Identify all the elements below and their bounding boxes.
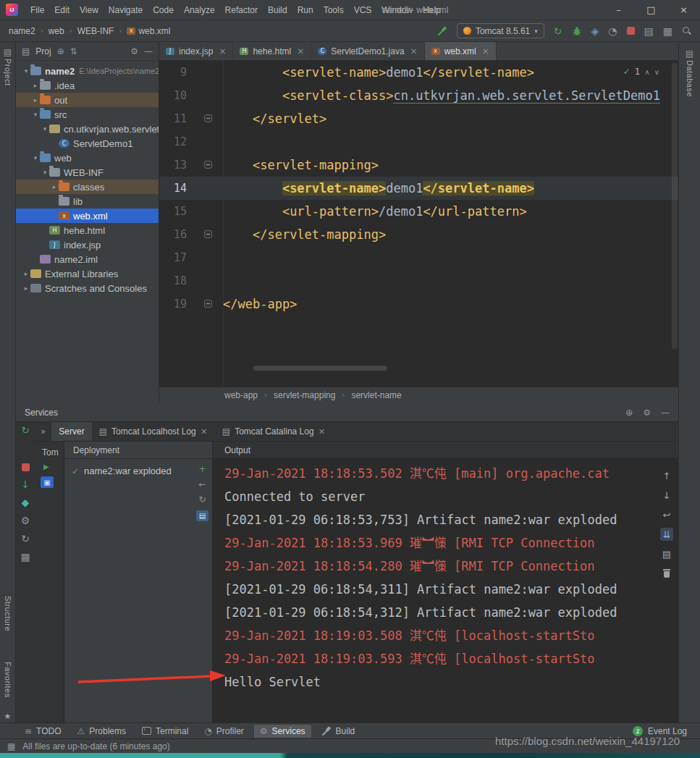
tree-chevron-icon[interactable]: ▸ — [31, 96, 40, 104]
editor-breadcrumb-servlet-mapping[interactable]: servlet-mapping — [274, 390, 335, 400]
wrench-icon[interactable]: ⚙ — [21, 515, 30, 526]
breadcrumb-item-name2[interactable]: name2 — [9, 26, 35, 36]
tree-item-web-xml[interactable]: web.xml — [16, 209, 159, 223]
clear-console-icon[interactable] — [660, 567, 673, 580]
redeploy-icon[interactable]: ↻ — [198, 495, 206, 504]
tree-chevron-icon[interactable]: ▸ — [22, 285, 30, 292]
deploy-icon[interactable]: ↓ — [21, 479, 30, 489]
float-mode-icon[interactable]: ⊕ — [625, 408, 633, 417]
tool-tab-database[interactable]: ▤ Database — [679, 49, 700, 97]
tree-chevron-icon[interactable]: ▾ — [41, 169, 49, 176]
services-tab-server[interactable]: Server — [51, 422, 91, 441]
tree-chevron-icon[interactable]: ▾ — [41, 125, 49, 132]
locate-file-icon[interactable]: ⊕ — [57, 47, 64, 56]
toolwindow-button-services[interactable]: ⚙Services — [254, 725, 311, 738]
gear-icon[interactable]: ⚙ — [130, 47, 138, 56]
horizontal-scrollbar[interactable] — [253, 366, 387, 371]
toolwindow-toggle-icon[interactable]: ▦ — [7, 742, 15, 751]
tree-chevron-icon[interactable]: ▸ — [22, 270, 30, 277]
tree-item-out[interactable]: ▸out — [16, 93, 159, 107]
tree-item-web-inf[interactable]: ▾WEB-INF — [16, 165, 159, 180]
code-line-11[interactable]: 11 </servlet> — [159, 107, 678, 130]
code-line-14[interactable]: 14 <servlet-name>demo1</servlet-name> — [159, 177, 678, 200]
tree-item-src[interactable]: ▾src — [16, 107, 159, 122]
close-tab-icon[interactable]: × — [201, 426, 208, 437]
code-line-9[interactable]: 9 <servlet-name>demo1</servlet-name> — [159, 61, 678, 84]
code-line-10[interactable]: 10 <servlet-class>cn.utkvrjan.web.servle… — [159, 84, 678, 107]
code-line-16[interactable]: 16 </servlet-mapping> — [159, 223, 678, 246]
menu-code[interactable]: Code — [148, 3, 179, 17]
tool-tab-favorites[interactable]: Favorites — [0, 662, 15, 698]
scroll-down-icon[interactable]: ↓ — [660, 489, 673, 502]
search-everywhere-icon[interactable] — [682, 26, 691, 35]
stop-button[interactable] — [627, 27, 635, 35]
menu-navigate[interactable]: Navigate — [104, 3, 148, 17]
tree-item-name2-iml[interactable]: name2.iml — [16, 252, 159, 266]
menu-refactor[interactable]: Refactor — [220, 3, 263, 17]
services-tab-tomcat-localhost-log[interactable]: ▤Tomcat Localhost Log× — [92, 422, 215, 441]
minimize-button[interactable]: – — [602, 0, 635, 20]
tree-chevron-icon[interactable]: ▸ — [31, 82, 40, 89]
tree-item-idea[interactable]: ▸.idea — [16, 78, 159, 93]
menu-run[interactable]: Run — [292, 3, 319, 17]
tree-item-scratches-and-consoles[interactable]: ▸Scratches and Consoles — [16, 281, 159, 295]
toolwindow-button-problems[interactable]: ⚠Problems — [72, 725, 132, 738]
services-node-icon[interactable]: ◆ — [22, 497, 30, 508]
tree-chevron-icon[interactable]: ▾ — [31, 111, 40, 118]
add-deployment-icon[interactable]: + — [198, 465, 206, 473]
prev-issue-icon[interactable]: ∧ — [644, 68, 649, 76]
refresh-icon[interactable]: ↻ — [21, 534, 30, 544]
close-tab-icon[interactable]: × — [297, 46, 304, 56]
close-tab-icon[interactable]: × — [319, 426, 326, 437]
toolwindow-button-profiler[interactable]: ◔Profiler — [198, 725, 250, 738]
fold-marker-icon[interactable] — [204, 161, 212, 169]
breadcrumb-item-web-inf[interactable]: WEB-INF — [77, 26, 114, 36]
breadcrumb-item-web[interactable]: web — [49, 26, 64, 36]
editor-tab-web-xml[interactable]: web.xml× — [425, 42, 497, 60]
tree-item-hehe-html[interactable]: hehe.html — [16, 223, 159, 237]
menu-vcs[interactable]: VCS — [349, 3, 377, 17]
build-hammer-icon[interactable] — [437, 26, 447, 36]
close-tab-icon[interactable]: × — [219, 46, 226, 56]
scroll-up-icon[interactable]: ↑ — [660, 469, 673, 482]
editor-breadcrumb-web-app[interactable]: web-app — [224, 390, 258, 400]
collapse-all-icon[interactable]: ⇅ — [70, 47, 77, 56]
layout-button[interactable]: ▦ — [663, 26, 672, 36]
close-tab-icon[interactable]: × — [482, 46, 489, 56]
menu-edit[interactable]: Edit — [49, 3, 75, 17]
soft-wrap-icon[interactable]: ↩ — [660, 508, 673, 521]
tree-item-servletdemo1[interactable]: ServletDemo1 — [16, 136, 159, 151]
rerun-server-button[interactable]: ↻ — [554, 26, 562, 36]
more-tabs-icon[interactable]: » — [41, 426, 46, 437]
toolwindow-button-build[interactable]: Build — [316, 725, 361, 738]
tool-windows-button[interactable]: ▤ — [644, 26, 654, 36]
print-icon[interactable]: ▤ — [660, 547, 673, 560]
code-line-17[interactable]: 17 — [159, 246, 678, 269]
breadcrumb-item-web-xml[interactable]: web.xml — [127, 26, 170, 36]
code-line-13[interactable]: 13 <servlet-mapping> — [159, 153, 678, 177]
deployment-item[interactable]: ✓ name2:war exploded — [64, 459, 212, 476]
tree-item-classes[interactable]: ▸classes — [16, 180, 159, 194]
gear-icon[interactable]: ⚙ — [643, 408, 651, 417]
favorites-star-icon[interactable]: ★ — [0, 712, 15, 721]
coverage-button[interactable]: ◈ — [591, 26, 599, 36]
services-tab-tomcat-catalina-log[interactable]: ▤Tomcat Catalina Log× — [215, 422, 333, 441]
inspection-widget[interactable]: ✓ 1 ∧ ∨ — [623, 67, 659, 77]
tree-item-name2[interactable]: ▾name2E:\IdeaProjects\name2 — [16, 64, 159, 78]
editor-tab-servletdemo1-java[interactable]: ServletDemo1.java× — [311, 42, 424, 60]
tool-tab-structure[interactable]: Structure — [0, 596, 15, 631]
running-server-icon[interactable]: ▶ — [43, 463, 49, 471]
tree-item-cn-utkvrjan-web-servlet[interactable]: ▾cn.utkvrjan.web.servlet — [16, 122, 159, 136]
tool-tab-project[interactable]: ▤ Project — [0, 48, 15, 86]
menu-build[interactable]: Build — [263, 3, 292, 17]
editor-tab-hehe-html[interactable]: hehe.html× — [233, 42, 311, 60]
selected-deployment-node[interactable]: ▣ — [41, 476, 54, 488]
tree-chevron-icon[interactable]: ▸ — [50, 183, 59, 190]
tree-item-index-jsp[interactable]: index.jsp — [16, 237, 159, 252]
menu-analyze[interactable]: Analyze — [179, 3, 220, 17]
vertical-scrollbar[interactable] — [672, 63, 678, 349]
tree-item-external-libraries[interactable]: ▸External Libraries — [16, 266, 159, 281]
profiler-button[interactable]: ◔ — [608, 26, 617, 36]
deployment-settings-icon[interactable]: ▤ — [196, 510, 208, 521]
scroll-to-end-icon[interactable]: ⇊ — [660, 528, 673, 541]
